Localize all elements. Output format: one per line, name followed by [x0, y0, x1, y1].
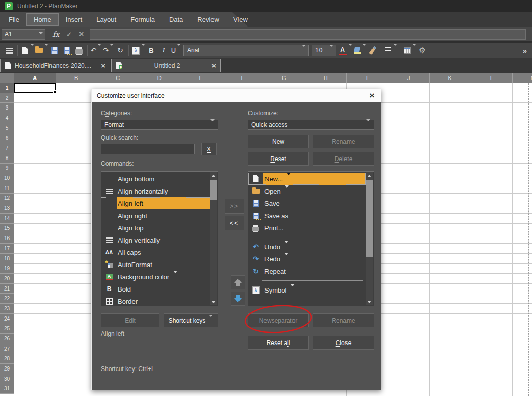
select-all-corner[interactable] [0, 73, 14, 83]
menu-item-file[interactable]: File [2, 14, 26, 25]
dialog-close-icon[interactable]: × [369, 92, 375, 100]
chevron-down-icon[interactable] [302, 47, 306, 54]
quick-access-list[interactable]: New...OpenSaveSave asPrint...↶Undo↷Redo↻… [248, 171, 374, 306]
dropdown-arrow-icon[interactable] [287, 175, 291, 183]
settings-button[interactable]: ⚙ [417, 44, 428, 57]
save-as-button[interactable] [61, 44, 72, 57]
dropdown-arrow-icon[interactable] [413, 46, 416, 55]
font-size-select[interactable]: 10 [312, 45, 336, 56]
column-header[interactable]: M [513, 73, 532, 83]
dropdown-arrow-icon[interactable] [177, 46, 180, 55]
column-header[interactable]: I [347, 73, 388, 83]
menu-item-review[interactable]: Review [191, 14, 226, 25]
dropdown-arrow-icon[interactable] [142, 46, 145, 55]
quick-access-item[interactable]: Save as [248, 209, 366, 222]
command-item[interactable]: Align right [101, 209, 210, 222]
selected-cell[interactable] [14, 83, 56, 93]
add-command-button[interactable]: >> [225, 199, 244, 214]
tab-close-icon[interactable]: × [101, 62, 105, 69]
commands-scrollbar[interactable] [210, 172, 217, 305]
tab-close-icon[interactable]: × [211, 62, 216, 69]
dropdown-arrow-icon[interactable] [290, 286, 295, 294]
row-header[interactable]: 10 [0, 173, 14, 183]
menu-item-formula[interactable]: Formula [124, 14, 162, 25]
row-header[interactable]: 12 [0, 194, 14, 204]
bold-button[interactable]: B [146, 44, 157, 57]
underline-button[interactable]: U [170, 44, 181, 57]
column-header[interactable]: E [180, 73, 222, 83]
chevron-down-icon[interactable] [329, 47, 333, 54]
column-header[interactable]: J [388, 73, 430, 83]
column-header[interactable]: C [97, 73, 139, 83]
column-header[interactable]: K [430, 73, 471, 83]
row-header[interactable]: 18 [0, 254, 14, 264]
dropdown-arrow-icon[interactable] [173, 273, 177, 281]
command-item[interactable]: BBold [101, 283, 210, 295]
scroll-up-icon[interactable] [210, 172, 217, 179]
row-header[interactable]: 5 [0, 123, 14, 134]
column-header[interactable]: B [56, 73, 98, 83]
command-item[interactable]: Align top [101, 222, 210, 234]
document-tab-active[interactable]: Untitled 2× [111, 59, 221, 72]
dropdown-arrow-icon[interactable] [110, 46, 113, 55]
fill-color-button[interactable] [353, 44, 366, 57]
categories-select[interactable]: Format [101, 120, 218, 130]
scroll-down-icon[interactable] [210, 298, 217, 305]
dropdown-arrow-icon[interactable] [394, 46, 397, 55]
column-header[interactable]: F [222, 73, 264, 83]
insert-function-icon[interactable]: fx [52, 30, 59, 38]
new-toolbar-button[interactable]: New [248, 135, 309, 148]
row-header[interactable]: 24 [0, 314, 14, 324]
confirm-entry-icon[interactable]: ✓ [66, 31, 72, 38]
row-header[interactable]: 13 [0, 203, 14, 214]
borders-button[interactable] [384, 44, 397, 57]
edit-button[interactable]: Edit [101, 313, 159, 327]
menu-item-data[interactable]: Data [163, 14, 190, 25]
formula-input[interactable] [90, 29, 526, 40]
save-button[interactable] [49, 44, 60, 57]
scroll-down-icon[interactable] [366, 298, 373, 305]
quick-access-scrollbar[interactable] [366, 172, 373, 305]
row-header[interactable]: 31 [0, 384, 14, 394]
reset-all-button[interactable]: Reset all [248, 336, 309, 350]
dropdown-arrow-icon[interactable] [349, 46, 352, 55]
row-header[interactable]: 27 [0, 344, 14, 354]
command-item[interactable]: Align left [101, 197, 210, 209]
fill-handle[interactable] [53, 90, 57, 94]
redo-button[interactable]: ↷ [102, 44, 114, 57]
rename-item-button[interactable]: Rename [313, 313, 374, 327]
quick-access-item[interactable]: ↶Undo [248, 241, 366, 253]
clear-search-button[interactable]: X [201, 143, 217, 155]
dropdown-arrow-icon[interactable] [31, 46, 34, 55]
open-button[interactable] [35, 44, 48, 57]
row-header[interactable]: 11 [0, 183, 14, 194]
cell-reference-box[interactable]: A1 [2, 29, 45, 40]
row-header[interactable]: 7 [0, 143, 14, 153]
font-name-select[interactable]: Arial [183, 45, 309, 56]
undo-button[interactable]: ↶ [90, 44, 101, 57]
cell-styles-button[interactable] [403, 44, 416, 57]
repeat-button[interactable]: ↻ [115, 44, 126, 57]
print-button[interactable] [73, 44, 85, 57]
cancel-entry-icon[interactable]: × [79, 31, 84, 38]
command-item[interactable]: AutoFormat [101, 258, 210, 271]
move-down-button[interactable] [231, 292, 245, 306]
column-header[interactable]: G [263, 73, 305, 83]
quick-access-item[interactable]: ↻Repeat [248, 265, 366, 277]
new-separator-button[interactable]: New separator [248, 313, 309, 327]
italic-button[interactable]: I [158, 44, 169, 57]
rename-toolbar-button[interactable]: Rename [313, 135, 374, 148]
command-item[interactable]: AAAll caps [101, 246, 210, 258]
row-header[interactable]: 21 [0, 284, 14, 294]
command-item[interactable]: Align vertically [101, 234, 210, 246]
font-color-button[interactable]: A [338, 44, 352, 57]
row-header[interactable]: 15 [0, 224, 14, 234]
close-button[interactable]: Close [313, 336, 374, 350]
row-header[interactable]: 1 [0, 83, 14, 93]
command-item[interactable]: ABackground color [101, 271, 210, 283]
row-header[interactable]: 2 [0, 93, 14, 103]
row-header[interactable]: 16 [0, 233, 14, 244]
column-header[interactable]: H [305, 73, 347, 83]
row-header[interactable]: 20 [0, 274, 14, 284]
quick-access-item[interactable]: Save [248, 197, 366, 209]
